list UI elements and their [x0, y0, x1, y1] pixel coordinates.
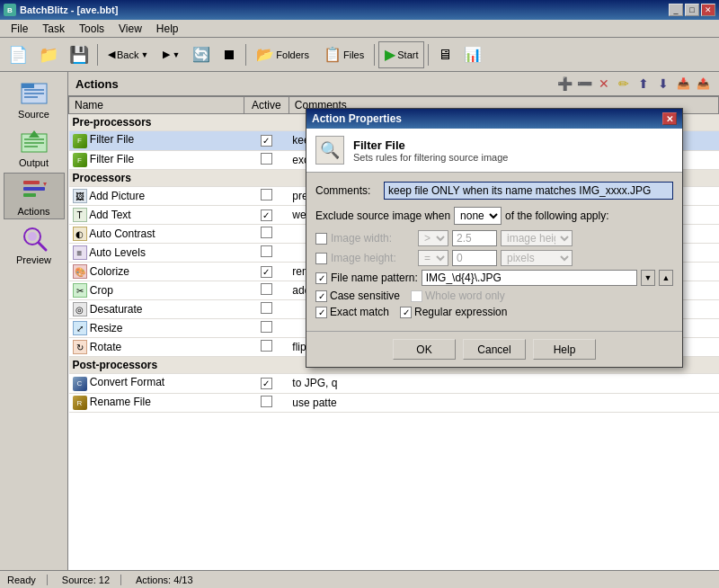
image-height-row: Image height: = > < pixels image height: [315, 250, 673, 266]
image-width-row: Image width: > = < image height pixels: [315, 230, 673, 246]
file-pattern-checkbox-container: File name pattern:: [315, 272, 418, 284]
options-row-2: Exact match Regular expression: [315, 306, 673, 318]
image-height-checkbox-container: Image height:: [315, 252, 414, 264]
image-width-label: Image width:: [331, 232, 392, 245]
dialog-footer: OK Cancel Help: [306, 331, 682, 367]
dialog-title-bar: Action Properties ✕: [306, 109, 682, 129]
dialog-title: Action Properties: [312, 112, 402, 125]
filter-icon: 🔍: [320, 140, 340, 160]
exclude-suffix: of the following apply:: [505, 209, 608, 222]
exact-match-checkbox[interactable]: [315, 307, 327, 318]
image-height-op-select[interactable]: = > <: [418, 250, 448, 266]
regular-expression-label: Regular expression: [414, 306, 507, 318]
whole-word-checkbox[interactable]: [411, 290, 422, 302]
image-height-value[interactable]: [452, 250, 497, 266]
case-sensitive-label: Case sensitive: [330, 290, 400, 302]
whole-word-option: Whole word only: [411, 290, 505, 302]
dialog-header-title: Filter File: [353, 138, 508, 152]
dialog-close-button[interactable]: ✕: [662, 112, 677, 125]
image-height-label: Image height:: [331, 252, 396, 264]
exclude-select[interactable]: none any all: [454, 207, 502, 225]
options-row-1: Case sensitive Whole word only: [315, 290, 673, 302]
comments-input[interactable]: [384, 182, 673, 200]
exclude-label: Exclude source image when: [315, 209, 450, 222]
exact-match-label: Exact match: [330, 306, 389, 318]
file-pattern-input[interactable]: [422, 270, 637, 286]
cancel-button[interactable]: Cancel: [463, 339, 526, 360]
file-pattern-row: File name pattern: ▼ ▲: [315, 270, 673, 286]
pattern-up-button[interactable]: ▲: [659, 270, 673, 286]
image-width-checkbox-container: Image width:: [315, 232, 414, 245]
image-width-op-select[interactable]: > = <: [418, 230, 448, 246]
regular-expression-option: Regular expression: [400, 306, 507, 318]
exact-match-option: Exact match: [315, 306, 389, 318]
image-width-value[interactable]: [452, 230, 497, 246]
dialog-header: 🔍 Filter File Sets rules for filtering s…: [306, 129, 682, 173]
comments-label: Comments:: [315, 184, 378, 197]
image-width-unit-select[interactable]: image height pixels: [501, 230, 573, 246]
pattern-dropdown-button[interactable]: ▼: [641, 270, 655, 286]
dialog-header-icon: 🔍: [315, 136, 344, 165]
comments-row: Comments:: [315, 182, 673, 200]
case-sensitive-option: Case sensitive: [315, 290, 400, 302]
dialog-overlay: Action Properties ✕ 🔍 Filter File Sets r…: [0, 0, 719, 588]
dialog-header-subtitle: Sets rules for filtering source image: [353, 152, 508, 163]
file-pattern-label: File name pattern:: [331, 272, 418, 284]
file-pattern-checkbox[interactable]: [315, 272, 327, 284]
image-height-unit-select[interactable]: pixels image height: [501, 250, 573, 266]
exclude-row: Exclude source image when none any all o…: [315, 207, 673, 225]
dialog-header-text: Filter File Sets rules for filtering sou…: [353, 138, 508, 163]
regular-expression-checkbox[interactable]: [400, 307, 412, 318]
action-properties-dialog: Action Properties ✕ 🔍 Filter File Sets r…: [306, 108, 683, 368]
image-width-checkbox[interactable]: [315, 233, 327, 245]
help-button[interactable]: Help: [533, 339, 596, 360]
dialog-body: Comments: Exclude source image when none…: [306, 173, 682, 331]
image-height-checkbox[interactable]: [315, 253, 327, 264]
whole-word-label: Whole word only: [425, 290, 505, 302]
ok-button[interactable]: OK: [393, 339, 456, 360]
case-sensitive-checkbox[interactable]: [315, 290, 327, 302]
